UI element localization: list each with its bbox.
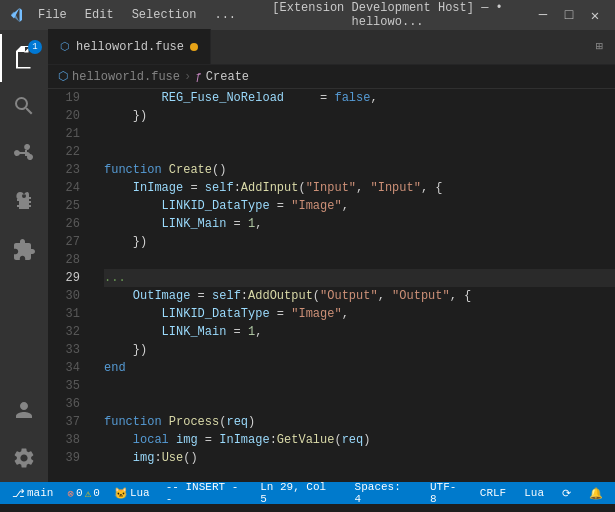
source-control-badge: 1 (28, 40, 42, 54)
code-line-33: }) (104, 341, 615, 359)
code-line-29: ... (104, 269, 615, 287)
tab-file-icon: ⬡ (60, 40, 70, 53)
file-icon-breadcrumb: ⬡ (58, 69, 68, 84)
line-num-30: 30 (48, 287, 88, 305)
tab-label: helloworld.fuse (76, 40, 184, 54)
bell-status[interactable]: 🔔 (585, 482, 607, 504)
encoding-status[interactable]: UTF-8 (426, 482, 466, 504)
language-label: Lua (130, 487, 150, 499)
menu-edit[interactable]: Edit (77, 6, 122, 24)
spaces-status[interactable]: Spaces: 4 (351, 482, 416, 504)
activity-settings[interactable] (0, 434, 48, 482)
line-num-27: 27 (48, 233, 88, 251)
minimize-button[interactable]: ─ (531, 5, 555, 25)
menu-file[interactable]: File (30, 6, 75, 24)
code-line-22 (104, 143, 615, 161)
errors-status[interactable]: ⊗ 0 ⚠ 0 (63, 482, 103, 504)
active-tab[interactable]: ⬡ helloworld.fuse (48, 29, 211, 64)
code-line-21 (104, 125, 615, 143)
lang-status[interactable]: Lua (520, 482, 548, 504)
code-line-19: REG_Fuse_NoReload = false, (104, 89, 615, 107)
line-num-28: 28 (48, 251, 88, 269)
activity-search[interactable] (0, 82, 48, 130)
menu-more[interactable]: ... (206, 6, 244, 24)
split-editor-button[interactable]: ⊞ (592, 35, 607, 58)
line-num-20: 20 (48, 107, 88, 125)
sync-status[interactable]: ⟳ (558, 482, 575, 504)
code-line-26: LINK_Main = 1, (104, 215, 615, 233)
activity-bar: 1 (0, 30, 48, 482)
line-num-21: 21 (48, 125, 88, 143)
breadcrumb-file[interactable]: helloworld.fuse (72, 70, 180, 84)
close-button[interactable]: ✕ (583, 5, 607, 25)
position-status[interactable]: Ln 29, Col 5 (256, 482, 340, 504)
language-icon-status[interactable]: 🐱 Lua (110, 482, 154, 504)
line-num-29: 29 (48, 269, 88, 287)
statusbar: ⎇ main ⊗ 0 ⚠ 0 🐱 Lua -- INSERT -- Ln 29,… (0, 482, 615, 504)
main-layout: 1 ⬡ helloworld.fuse (0, 30, 615, 482)
lang-display: Lua (524, 487, 544, 499)
activity-debug[interactable] (0, 178, 48, 226)
activity-scm[interactable] (0, 130, 48, 178)
breadcrumb: ⬡ helloworld.fuse › ƒ Create (48, 65, 615, 89)
editor-tabs: ⬡ helloworld.fuse ⊞ (48, 30, 615, 65)
line-num-35: 35 (48, 377, 88, 395)
line-numbers: 19 20 21 22 23 24 25 26 27 28 29 30 31 3… (48, 89, 96, 482)
maximize-button[interactable]: □ (557, 5, 581, 25)
code-line-20: }) (104, 107, 615, 125)
code-line-25: LINKID_DataType = "Image", (104, 197, 615, 215)
line-num-39: 39 (48, 449, 88, 467)
line-num-24: 24 (48, 179, 88, 197)
line-num-19: 19 (48, 89, 88, 107)
window-controls: ─ □ ✕ (531, 5, 607, 25)
editor-area: ⬡ helloworld.fuse ⊞ ⬡ helloworld.fuse › … (48, 30, 615, 482)
bell-icon: 🔔 (589, 487, 603, 500)
window-title: [Extension Development Host] — • hellowo… (250, 1, 525, 29)
cursor-position: Ln 29, Col 5 (260, 481, 336, 505)
line-ending-status[interactable]: CRLF (476, 482, 510, 504)
code-line-30: OutImage = self:AddOutput("Output", "Out… (104, 287, 615, 305)
menu-selection[interactable]: Selection (124, 6, 205, 24)
language-face-icon: 🐱 (114, 487, 128, 500)
line-num-36: 36 (48, 395, 88, 413)
tabs-actions: ⊞ (592, 29, 615, 64)
git-branch: main (27, 487, 53, 499)
statusbar-right: -- INSERT -- Ln 29, Col 5 Spaces: 4 UTF-… (162, 482, 607, 504)
mode-status[interactable]: -- INSERT -- (162, 482, 246, 504)
titlebar: File Edit Selection ... [Extension Devel… (0, 0, 615, 30)
error-count: 0 (76, 487, 83, 499)
menu-bar: File Edit Selection ... (30, 6, 244, 24)
code-line-37: function Process(req) (104, 413, 615, 431)
code-line-34: end (104, 359, 615, 377)
activity-account[interactable] (0, 386, 48, 434)
activity-explorer[interactable]: 1 (0, 34, 48, 82)
code-line-23: function Create() (104, 161, 615, 179)
line-num-22: 22 (48, 143, 88, 161)
git-icon: ⎇ (12, 487, 25, 500)
line-num-25: 25 (48, 197, 88, 215)
warning-icon: ⚠ (85, 487, 92, 500)
code-line-24: InImage = self:AddInput("Input", "Input"… (104, 179, 615, 197)
line-num-31: 31 (48, 305, 88, 323)
activity-extensions[interactable] (0, 226, 48, 274)
line-num-32: 32 (48, 323, 88, 341)
sync-icon: ⟳ (562, 487, 571, 500)
mode-label: -- INSERT -- (166, 481, 242, 505)
spaces-label: Spaces: 4 (355, 481, 412, 505)
source-control-status[interactable]: ⎇ main (8, 482, 57, 504)
code-line-35 (104, 377, 615, 395)
line-ending-label: CRLF (480, 487, 506, 499)
code-line-31: LINKID_DataType = "Image", (104, 305, 615, 323)
line-num-23: 23 (48, 161, 88, 179)
code-line-39: img:Use() (104, 449, 615, 467)
code-line-36 (104, 395, 615, 413)
code-line-27: }) (104, 233, 615, 251)
code-line-38: local img = InImage:GetValue(req) (104, 431, 615, 449)
warning-count: 0 (93, 487, 100, 499)
editor-content: 19 20 21 22 23 24 25 26 27 28 29 30 31 3… (48, 89, 615, 482)
error-icon: ⊗ (67, 487, 74, 500)
code-area[interactable]: REG_Fuse_NoReload = false, }) function C… (96, 89, 615, 482)
line-num-37: 37 (48, 413, 88, 431)
statusbar-left: ⎇ main ⊗ 0 ⚠ 0 🐱 Lua (8, 482, 154, 504)
breadcrumb-function[interactable]: Create (206, 70, 249, 84)
